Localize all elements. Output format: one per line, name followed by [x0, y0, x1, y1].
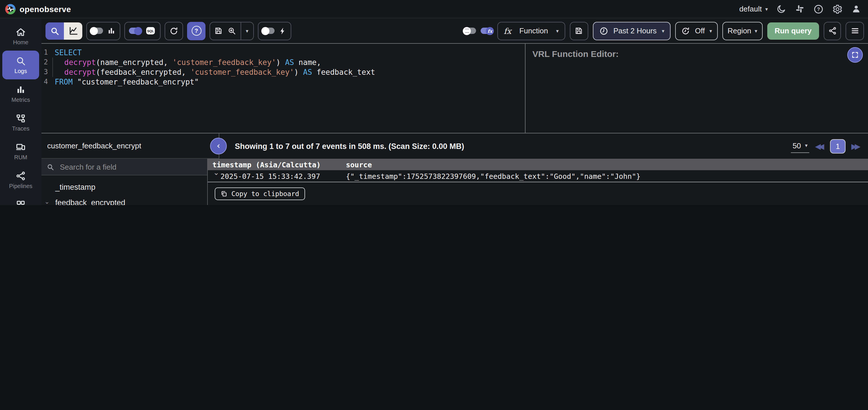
- saved-search-caret-button[interactable]: ▾: [241, 22, 253, 39]
- org-selector[interactable]: default ▾: [739, 5, 768, 13]
- bolt-icon: [278, 27, 286, 35]
- last-page-button[interactable]: ▶▶: [851, 142, 861, 150]
- sql-mode-toggle[interactable]: [129, 28, 141, 34]
- user-icon[interactable]: [851, 4, 861, 14]
- caret-down-icon: ▾: [709, 28, 712, 34]
- svg-text:?: ?: [817, 6, 820, 11]
- sidebar-item-label: RUM: [14, 154, 27, 161]
- histogram-toggle[interactable]: [91, 28, 103, 34]
- sidebar-item-metrics[interactable]: Metrics: [2, 79, 39, 108]
- menu-button[interactable]: [845, 22, 864, 40]
- toolbar-right: fx fx Function ▾ Past 2 Hours ▾: [464, 22, 864, 40]
- reset-query-button[interactable]: [165, 22, 183, 40]
- function-dropdown[interactable]: fx Function ▾: [497, 22, 565, 40]
- page-size-select[interactable]: 50 ▾: [791, 139, 809, 153]
- logs-toolbar: SQL ? ▾ fx: [41, 19, 868, 44]
- sql-query-editor[interactable]: 1SELECT2 decrypt(name_encrypted, 'custom…: [41, 44, 525, 133]
- field-search-input[interactable]: [59, 162, 202, 172]
- floppy-icon: [575, 27, 583, 35]
- time-range-label: Past 2 Hours: [613, 27, 656, 35]
- collapse-fields-panel-button[interactable]: ‹: [210, 137, 227, 154]
- log-table: timestamp (Asia/Calcutta) source ›2025-0…: [208, 159, 868, 205]
- chevron-down-icon[interactable]: ›: [212, 173, 220, 181]
- sql-mode-toggle-group[interactable]: SQL: [124, 22, 161, 40]
- line-chart-icon: [68, 26, 78, 36]
- vrl-editor-toggle[interactable]: fx: [480, 28, 493, 34]
- vrl-panel-title: VRL Function Editor:: [532, 49, 861, 59]
- sidebar-item-logs[interactable]: Logs: [2, 50, 39, 79]
- quick-mode-toggle-group[interactable]: [257, 22, 291, 40]
- saved-search-icon[interactable]: [227, 27, 236, 35]
- sidebar-item-label: Home: [13, 39, 28, 45]
- sidebar-item-traces[interactable]: Traces: [2, 108, 39, 137]
- share-button[interactable]: [824, 22, 841, 40]
- bar-chart-icon: [107, 27, 116, 35]
- search-mode-button[interactable]: [45, 22, 64, 39]
- auto-refresh-label: Off: [695, 27, 705, 35]
- floppy-icon[interactable]: [214, 27, 223, 35]
- copy-to-clipboard-button[interactable]: Copy to clipboard: [215, 187, 305, 200]
- caret-down-icon: ▾: [805, 143, 808, 148]
- fx-icon: fx: [488, 28, 492, 34]
- time-range-dropdown[interactable]: Past 2 Hours ▾: [593, 22, 671, 40]
- vrl-function-panel[interactable]: VRL Function Editor:: [525, 44, 868, 133]
- moon-icon[interactable]: [776, 4, 786, 14]
- caret-down-icon: ▾: [246, 28, 248, 34]
- pagination: 50 ▾ ◀◀ 1 ▶▶: [791, 133, 868, 159]
- current-page-button[interactable]: 1: [830, 139, 845, 153]
- auto-refresh-dropdown[interactable]: Off ▾: [676, 22, 718, 40]
- stream-selector-value: customer_feedback_encrypt: [47, 141, 210, 150]
- sidebar-item-label: Traces: [12, 125, 29, 132]
- visualize-mode-button[interactable]: [64, 22, 82, 39]
- stream-selector[interactable]: customer_feedback_encrypt ▾ ‹: [41, 133, 219, 159]
- line-number: 1: [41, 48, 52, 58]
- slack-icon[interactable]: [795, 4, 805, 14]
- field-item-feedback_encrypted[interactable]: ›feedback_encrypted: [41, 195, 207, 205]
- dashboards-icon: [16, 200, 26, 205]
- field-search[interactable]: [41, 159, 207, 175]
- openobserve-logo-icon: [5, 4, 16, 14]
- clock-icon: [599, 26, 608, 35]
- timestamp-column-header: timestamp (Asia/Calcutta): [208, 160, 346, 169]
- sidebar-item-rum[interactable]: RUM: [2, 137, 39, 166]
- pipelines-icon: [16, 171, 26, 181]
- brand-name: openobserve: [20, 4, 71, 13]
- log-row-detail: Copy to clipboard{▾_timestamp:1752573822…: [208, 182, 868, 205]
- log-row[interactable]: ›2025-07-15 15:33:42.397{"_timestamp":17…: [208, 170, 868, 182]
- run-query-button[interactable]: Run query: [767, 22, 819, 39]
- page-size-value: 50: [793, 141, 801, 150]
- field-item-_timestamp[interactable]: _timestamp: [41, 179, 207, 195]
- sidebar-item-label: Logs: [14, 68, 27, 74]
- log-row-timestamp: ›2025-07-15 15:33:42.397: [208, 172, 346, 180]
- caret-down-icon: ▾: [556, 28, 559, 34]
- sidebar-item-home[interactable]: Home: [2, 22, 39, 50]
- copy-icon: [220, 190, 227, 197]
- saved-searches-group[interactable]: ▾: [210, 22, 253, 40]
- vrl-expand-button[interactable]: [847, 47, 863, 63]
- save-function-button[interactable]: [569, 22, 588, 40]
- quick-mode-toggle[interactable]: [262, 28, 274, 34]
- sql-code-line: 4FROM "customer_feedback_encrypt": [41, 77, 525, 87]
- chevron-down-icon[interactable]: ›: [43, 202, 51, 204]
- help-circle-icon[interactable]: ?: [813, 4, 824, 14]
- search-visualize-segmented[interactable]: [45, 22, 82, 39]
- expand-icon: [851, 51, 859, 59]
- first-page-button[interactable]: ◀◀: [815, 142, 824, 150]
- sidebar-item-pipelines[interactable]: Pipelines: [2, 166, 39, 194]
- sql-code-line: 1SELECT: [41, 48, 525, 58]
- query-help-button[interactable]: ?: [187, 22, 206, 40]
- app-window: openobserve default ▾ ? HomeLogsMetricsT…: [0, 0, 868, 205]
- show-query-toggle[interactable]: [464, 28, 476, 34]
- hamburger-icon: [850, 27, 859, 35]
- gear-icon[interactable]: [832, 4, 843, 14]
- sql-code-line: 2 decrypt(name_encrypted, 'customer_feed…: [41, 58, 525, 67]
- editor-row: 1SELECT2 decrypt(name_encrypted, 'custom…: [41, 44, 868, 133]
- sidebar-item-dashboards[interactable]: Dashboards: [2, 194, 39, 205]
- json-open-brace: {: [215, 203, 868, 205]
- sidebar-item-label: Metrics: [11, 97, 30, 103]
- field-name: _timestamp: [55, 183, 96, 192]
- results-section: customer_feedback_encrypt ▾ ‹ Showing 1 …: [41, 133, 868, 205]
- histogram-toggle-group[interactable]: [86, 22, 120, 40]
- fields-panel: _timestamp›feedback_encrypted›name_encry…: [41, 159, 208, 205]
- region-dropdown[interactable]: Region ▾: [722, 22, 763, 40]
